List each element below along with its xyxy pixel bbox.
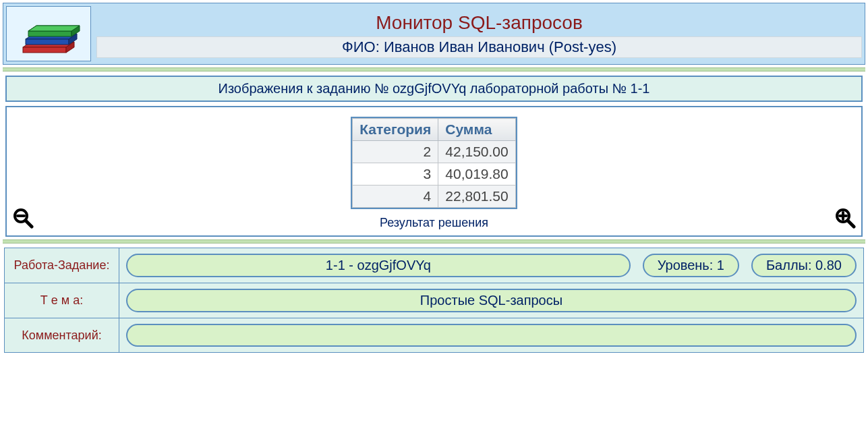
logo[interactable] bbox=[6, 6, 91, 61]
info-table: Работа-Задание: 1-1 - ozgGjfOVYq Уровень… bbox=[4, 248, 864, 353]
zoom-out-button[interactable] bbox=[12, 207, 34, 231]
zoom-in-icon bbox=[834, 207, 856, 229]
pill-comment bbox=[126, 324, 857, 347]
svg-rect-1 bbox=[26, 39, 69, 45]
header-bar: Монитор SQL-запросов ФИО: Иванов Иван Ив… bbox=[3, 3, 865, 65]
label-work-task: Работа-Задание: bbox=[5, 248, 119, 283]
result-table: Категория Сумма 2 42,150.00 3 40,019.80 … bbox=[352, 118, 515, 208]
zoom-out-icon bbox=[12, 207, 34, 229]
pill-topic: Простые SQL-запросы bbox=[126, 289, 857, 312]
divider bbox=[3, 67, 865, 72]
table-row: 2 42,150.00 bbox=[353, 141, 515, 163]
label-topic: Т е м а: bbox=[5, 283, 119, 318]
task-subtitle: Изображения к заданию № ozgGjfOVYq лабор… bbox=[5, 76, 863, 102]
svg-line-4 bbox=[26, 221, 32, 227]
label-comment: Комментарий: bbox=[5, 318, 119, 353]
books-icon bbox=[15, 7, 82, 61]
pill-level: Уровень: 1 bbox=[643, 254, 739, 277]
table-row: 3 40,019.80 bbox=[353, 163, 515, 186]
pill-points: Баллы: 0.80 bbox=[751, 254, 857, 277]
svg-line-7 bbox=[848, 221, 854, 227]
table-row: 4 22,801.50 bbox=[353, 186, 515, 208]
user-info: ФИО: Иванов Иван Иванович (Post-yes) bbox=[96, 36, 862, 58]
result-caption: Результат решения bbox=[12, 216, 856, 230]
header-texts: Монитор SQL-запросов ФИО: Иванов Иван Ив… bbox=[94, 3, 865, 64]
svg-rect-2 bbox=[28, 31, 71, 36]
svg-rect-0 bbox=[23, 47, 66, 53]
result-col-category: Категория bbox=[353, 119, 438, 141]
pill-work-task: 1-1 - ozgGjfOVYq bbox=[126, 254, 631, 277]
zoom-in-button[interactable] bbox=[834, 207, 856, 231]
page-title: Монитор SQL-запросов bbox=[94, 9, 865, 36]
result-table-box: Категория Сумма 2 42,150.00 3 40,019.80 … bbox=[351, 117, 517, 209]
result-col-sum: Сумма bbox=[438, 119, 515, 141]
result-panel: Категория Сумма 2 42,150.00 3 40,019.80 … bbox=[5, 106, 863, 237]
divider bbox=[3, 239, 865, 244]
